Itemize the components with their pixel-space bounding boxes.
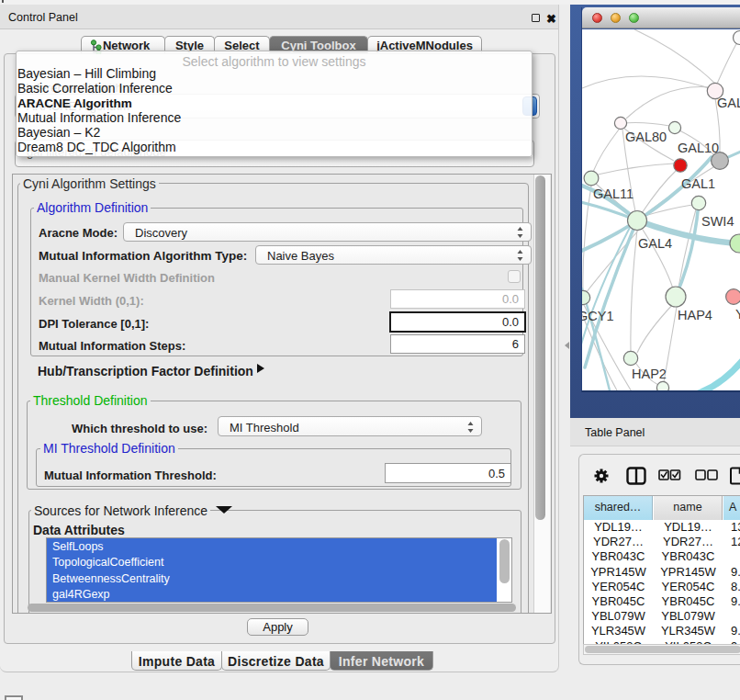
svg-text:HAP2: HAP2 — [632, 367, 667, 381]
svg-text:GAL11: GAL11 — [593, 186, 633, 201]
svg-text:GAL4: GAL4 — [638, 236, 672, 251]
svg-text:GAL10: GAL10 — [678, 141, 719, 155]
svg-text:GAL7: GAL7 — [717, 96, 740, 110]
svg-text:GCY1: GCY1 — [582, 309, 614, 323]
svg-text:HAP4: HAP4 — [678, 308, 712, 322]
svg-text:Y: Y — [735, 307, 740, 322]
svg-text:GAL80: GAL80 — [625, 130, 667, 144]
svg-text:GAL1: GAL1 — [681, 176, 715, 191]
svg-text:SWI4: SWI4 — [701, 214, 734, 229]
